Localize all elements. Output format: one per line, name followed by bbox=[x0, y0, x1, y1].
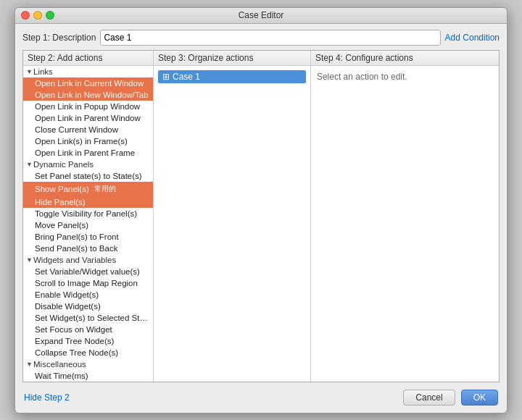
action-set-variable[interactable]: Set Variable/Widget value(s) bbox=[23, 266, 153, 277]
category-misc: ▼ Miscellaneous bbox=[23, 358, 153, 370]
action-show-panel[interactable]: Show Panel(s) 常用的 bbox=[23, 182, 153, 196]
triangle-widgets: ▼ bbox=[26, 256, 33, 264]
action-close-window[interactable]: Close Current Window bbox=[23, 124, 153, 135]
category-dynamic-label: Dynamic Panels bbox=[33, 160, 94, 169]
action-scroll-image[interactable]: Scroll to Image Map Region bbox=[23, 277, 153, 289]
step3-col: Step 3: Organize actions ⊞ Case 1 bbox=[154, 51, 311, 382]
traffic-lights bbox=[21, 11, 54, 20]
step3-header: Step 3: Organize actions bbox=[154, 51, 310, 66]
minimize-button[interactable] bbox=[33, 11, 42, 20]
action-wait-time[interactable]: Wait Time(ms) bbox=[23, 370, 153, 382]
step1-input[interactable] bbox=[100, 30, 440, 46]
columns-area: Step 2: Add actions ▼ Links Open Link in… bbox=[22, 50, 500, 382]
category-misc-label: Miscellaneous bbox=[33, 360, 86, 369]
close-button[interactable] bbox=[21, 11, 30, 20]
category-links-label: Links bbox=[33, 67, 53, 76]
show-panel-label: Show Panel(s) bbox=[35, 185, 89, 193]
step4-header: Step 4: Configure actions bbox=[311, 51, 499, 66]
case-editor-window: Case Editor Step 1: Description Add Cond… bbox=[14, 7, 508, 413]
step2-list: ▼ Links Open Link in Current Window Open… bbox=[23, 66, 153, 382]
category-dynamic-panels: ▼ Dynamic Panels bbox=[23, 159, 153, 170]
action-enable-widget[interactable]: Enable Widget(s) bbox=[23, 289, 153, 301]
action-open-current-window[interactable]: Open Link in Current Window bbox=[23, 77, 153, 89]
action-open-new-window[interactable]: Open Link in New Window/Tab bbox=[23, 89, 153, 101]
action-disable-widget[interactable]: Disable Widget(s) bbox=[23, 301, 153, 312]
action-move-panel[interactable]: Move Panel(s) bbox=[23, 219, 153, 231]
case-icon: ⊞ bbox=[162, 72, 170, 82]
category-widgets-label: Widgets and Variables bbox=[33, 256, 116, 264]
show-panel-badge: 常用的 bbox=[92, 183, 118, 195]
action-toggle-panel[interactable]: Toggle Visibility for Panel(s) bbox=[23, 208, 153, 219]
cancel-button[interactable]: Cancel bbox=[403, 390, 455, 406]
step4-placeholder: Select an action to edit. bbox=[311, 66, 499, 88]
step1-label: Step 1: Description bbox=[22, 33, 96, 43]
category-widgets: ▼ Widgets and Variables bbox=[23, 254, 153, 266]
ok-button[interactable]: OK bbox=[461, 390, 498, 406]
window-title: Case Editor bbox=[239, 10, 284, 20]
step1-row: Step 1: Description Add Condition bbox=[22, 30, 500, 46]
maximize-button[interactable] bbox=[46, 11, 54, 20]
step4-col: Step 4: Configure actions Select an acti… bbox=[311, 51, 499, 382]
category-links: ▼ Links bbox=[23, 66, 153, 77]
buttons-area: Cancel OK bbox=[403, 390, 498, 406]
step2-header: Step 2: Add actions bbox=[23, 51, 153, 66]
action-set-selected[interactable]: Set Widget(s) to Selected State bbox=[23, 312, 153, 324]
hide-step2-link[interactable]: Hide Step 2 bbox=[24, 392, 70, 403]
action-collapse-tree[interactable]: Collapse Tree Node(s) bbox=[23, 347, 153, 358]
action-set-panel-state[interactable]: Set Panel state(s) to State(s) bbox=[23, 170, 153, 182]
add-condition-link[interactable]: Add Condition bbox=[445, 33, 500, 43]
action-open-parent-frame[interactable]: Open Link in Parent Frame bbox=[23, 147, 153, 159]
action-hide-panel[interactable]: Hide Panel(s) bbox=[23, 196, 153, 208]
triangle-dynamic: ▼ bbox=[26, 161, 33, 168]
action-expand-tree[interactable]: Expand Tree Node(s) bbox=[23, 335, 153, 347]
action-open-parent-window[interactable]: Open Link in Parent Window bbox=[23, 112, 153, 124]
case1-label: Case 1 bbox=[173, 72, 200, 82]
bottom-row: Hide Step 2 Cancel OK bbox=[22, 387, 500, 407]
case1-row[interactable]: ⊞ Case 1 bbox=[158, 70, 306, 83]
step4-body: Select an action to edit. bbox=[311, 66, 499, 382]
action-open-popup[interactable]: Open Link in Popup Window bbox=[23, 101, 153, 112]
step3-body: ⊞ Case 1 bbox=[154, 66, 310, 382]
main-content: Step 1: Description Add Condition Step 2… bbox=[15, 24, 507, 413]
action-set-focus[interactable]: Set Focus on Widget bbox=[23, 324, 153, 335]
step2-col: Step 2: Add actions ▼ Links Open Link in… bbox=[23, 51, 154, 382]
triangle-misc: ▼ bbox=[26, 361, 33, 368]
titlebar: Case Editor bbox=[15, 8, 507, 24]
action-open-frames[interactable]: Open Link(s) in Frame(s) bbox=[23, 135, 153, 147]
action-send-back[interactable]: Send Panel(s) to Back bbox=[23, 243, 153, 254]
action-bring-front[interactable]: Bring Panel(s) to Front bbox=[23, 231, 153, 243]
triangle-links: ▼ bbox=[26, 68, 33, 75]
